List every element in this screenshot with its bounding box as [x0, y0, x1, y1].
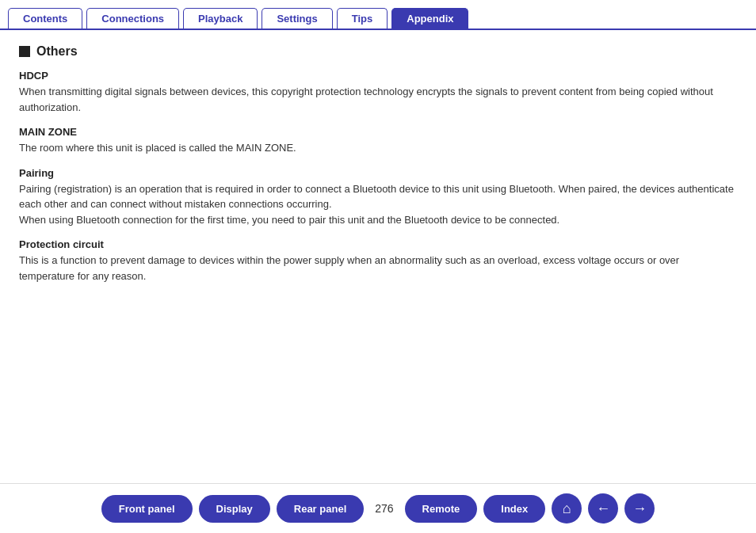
forward-icon: →: [632, 501, 647, 517]
term-protection: Protection circuit: [19, 238, 737, 250]
section-header: Others: [19, 44, 737, 59]
back-button[interactable]: ←: [588, 493, 618, 523]
tab-list: Contents Connections Playback Settings T…: [8, 8, 471, 29]
back-icon: ←: [596, 501, 610, 517]
forward-button[interactable]: →: [624, 493, 655, 523]
term-hdcp: HDCP: [19, 70, 737, 82]
rear-panel-button[interactable]: Rear panel: [277, 495, 364, 523]
tab-contents[interactable]: Contents: [8, 8, 82, 29]
definition-pairing: Pairing (registration) is an operation t…: [19, 181, 737, 228]
term-pairing: Pairing: [19, 167, 737, 179]
definition-mainzone: The room where this unit is placed is ca…: [19, 140, 737, 156]
main-content: Others HDCP When transmitting digital si…: [0, 30, 756, 483]
remote-button[interactable]: Remote: [405, 495, 478, 523]
section-title-text: Others: [36, 44, 78, 59]
front-panel-button[interactable]: Front panel: [101, 495, 193, 523]
tab-settings[interactable]: Settings: [262, 8, 332, 29]
definition-hdcp: When transmitting digital signals betwee…: [19, 84, 737, 115]
display-button[interactable]: Display: [199, 495, 270, 523]
home-button[interactable]: ⌂: [552, 493, 582, 523]
tab-appendix[interactable]: Appendix: [391, 8, 468, 29]
page-number: 276: [375, 502, 393, 515]
definition-protection: This is a function to prevent damage to …: [19, 253, 737, 284]
section-icon: [19, 46, 30, 57]
tab-connections[interactable]: Connections: [86, 8, 179, 29]
index-button[interactable]: Index: [483, 495, 545, 523]
tab-playback[interactable]: Playback: [183, 8, 258, 29]
home-icon: ⌂: [563, 501, 571, 517]
term-mainzone: MAIN ZONE: [19, 126, 737, 138]
bottom-navigation: Front panel Display Rear panel 276 Remot…: [0, 483, 756, 533]
tab-tips[interactable]: Tips: [337, 8, 388, 29]
tab-navigation: Contents Connections Playback Settings T…: [0, 0, 756, 30]
